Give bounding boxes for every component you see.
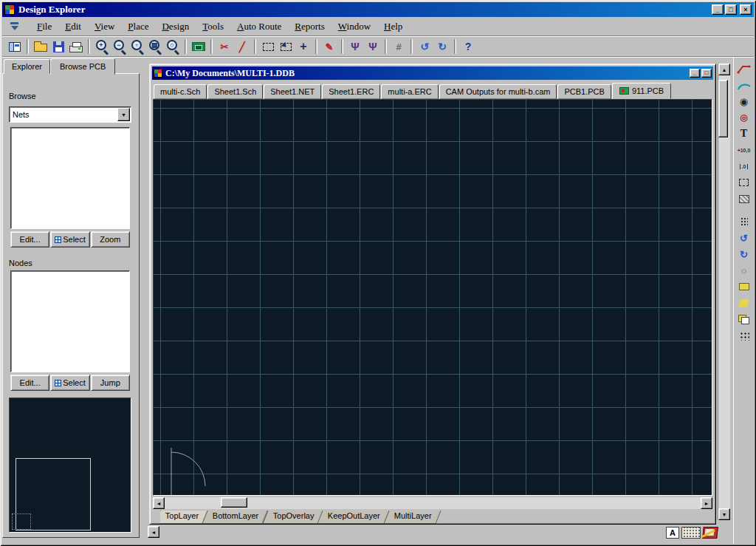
- tab-911-pcb[interactable]: 911.PCB: [612, 83, 671, 99]
- knife-icon[interactable]: ✂: [216, 38, 233, 55]
- place-polygon-icon[interactable]: [735, 295, 754, 311]
- horizontal-scroll-thumb[interactable]: [221, 497, 247, 508]
- layer-tab-toplayer[interactable]: TopLayer: [160, 511, 208, 524]
- redo-icon[interactable]: ↻: [433, 38, 451, 55]
- board-preview[interactable]: [9, 397, 131, 533]
- place-fill-icon[interactable]: [735, 279, 754, 295]
- nodes-list[interactable]: [10, 270, 130, 372]
- menu-tools[interactable]: Tools: [196, 19, 230, 34]
- tab-cam-outputs[interactable]: CAM Outputs for multi-b.cam: [439, 84, 557, 99]
- crosshair-icon[interactable]: +: [295, 38, 312, 55]
- print-icon[interactable]: [67, 38, 85, 55]
- nets-edit-button[interactable]: Edit...: [10, 231, 49, 248]
- editor-horizontal-scrollbar[interactable]: ◄ ►: [153, 497, 712, 509]
- zoom-window-icon[interactable]: ▫: [128, 38, 146, 55]
- document-maximize-button[interactable]: □: [701, 69, 712, 78]
- chevron-down-icon[interactable]: ▼: [117, 108, 130, 121]
- annotation-letter-icon[interactable]: A: [666, 527, 679, 539]
- scroll-left-button[interactable]: ◄: [153, 497, 165, 509]
- undo-icon[interactable]: ↺: [416, 38, 433, 55]
- place-coordinate-icon[interactable]: +10,0: [735, 142, 754, 158]
- place-track-icon[interactable]: [735, 61, 754, 77]
- maximize-button[interactable]: □: [725, 4, 737, 15]
- menu-auto-route[interactable]: Auto Route: [230, 19, 288, 34]
- tab-sheet1-net[interactable]: Sheet1.NET: [264, 84, 321, 99]
- zoom-redraw-icon[interactable]: ○: [164, 38, 182, 55]
- nets-zoom-button[interactable]: Zoom: [91, 231, 130, 248]
- highlight-pencil-icon[interactable]: ✎: [320, 38, 338, 55]
- menu-place[interactable]: Place: [121, 19, 155, 34]
- menu-grip-icon[interactable]: [8, 21, 24, 33]
- layer-tab-keepoutlayer[interactable]: KeepOutLayer: [317, 511, 390, 524]
- tab-explorer[interactable]: Explorer: [4, 59, 50, 74]
- nets-select-button[interactable]: Select: [50, 231, 89, 248]
- open-document-icon[interactable]: [32, 38, 49, 55]
- layer-tab-topoverlay[interactable]: TopOverlay: [262, 511, 323, 524]
- place-arc-edge-icon[interactable]: ↺: [735, 230, 754, 246]
- menu-edit[interactable]: Edit: [58, 19, 88, 34]
- move-selection-icon[interactable]: [277, 38, 295, 55]
- minimize-button[interactable]: _: [712, 4, 724, 15]
- menu-file[interactable]: File: [30, 19, 58, 34]
- select-area-icon[interactable]: [259, 38, 277, 55]
- pcb-viewer-icon[interactable]: [190, 38, 207, 55]
- place-full-circle-icon[interactable]: ○: [735, 262, 754, 279]
- document-title-bar[interactable]: C:\My Documents\MULTI-1.DDB _ □: [152, 66, 713, 80]
- slice-tracks-icon[interactable]: ╱: [233, 38, 251, 55]
- nodes-edit-button[interactable]: Edit...: [10, 375, 49, 391]
- tab-sheet1-erc[interactable]: Sheet1.ERC: [322, 84, 380, 99]
- nodes-jump-button[interactable]: Jump: [91, 375, 130, 391]
- pcb-editor-canvas[interactable]: [153, 99, 712, 496]
- menu-view[interactable]: View: [88, 19, 121, 34]
- tab-browse-pcb[interactable]: Browse PCB: [50, 58, 115, 75]
- wand-clear-icon[interactable]: Ψ: [364, 38, 382, 55]
- mdi-scroll-left-button[interactable]: ◄: [148, 526, 159, 538]
- tab-pcb1-pcb[interactable]: PCB1.PCB: [557, 84, 611, 99]
- layer-tab-bottomlayer[interactable]: BottomLayer: [202, 511, 269, 524]
- help-icon[interactable]: ?: [459, 38, 477, 55]
- horizontal-scroll-track[interactable]: [165, 497, 701, 509]
- scroll-right-button[interactable]: ►: [701, 497, 712, 509]
- place-via-icon[interactable]: ◎: [735, 109, 754, 126]
- document-minimize-button[interactable]: _: [690, 69, 700, 78]
- tab-multi-c-sch[interactable]: multi-c.Sch: [154, 84, 207, 99]
- pad-array-icon[interactable]: [735, 327, 754, 344]
- nets-list[interactable]: [10, 127, 130, 229]
- vertical-scroll-thumb[interactable]: [718, 80, 728, 137]
- app-title-bar[interactable]: Design Explorer _ □ ×: [2, 2, 754, 17]
- place-arc-center-icon[interactable]: ↻: [735, 246, 754, 262]
- menu-help[interactable]: Help: [377, 19, 409, 34]
- zoom-in-icon[interactable]: +: [93, 38, 111, 55]
- scroll-down-button[interactable]: ▼: [718, 508, 730, 520]
- place-dimension-icon[interactable]: .0: [735, 158, 754, 174]
- place-string-icon[interactable]: T: [735, 126, 754, 142]
- zoom-out-icon[interactable]: −: [111, 38, 128, 55]
- tab-multi-a-erc[interactable]: multi-a.ERC: [381, 84, 438, 99]
- wand-highlight-icon[interactable]: Ψ: [346, 38, 364, 55]
- place-component-icon[interactable]: [735, 174, 754, 191]
- place-pad-icon[interactable]: ◉: [735, 93, 754, 109]
- vertical-scroll-track[interactable]: [718, 75, 729, 508]
- place-fill-hatch-icon[interactable]: [735, 191, 754, 207]
- app-logo-icon: [4, 4, 15, 15]
- notebook-pencil-icon[interactable]: [702, 527, 718, 539]
- zoom-document-icon[interactable]: ▤: [146, 38, 164, 55]
- save-icon[interactable]: [49, 38, 67, 55]
- layer-tab-multilayer[interactable]: MultiLayer: [384, 511, 441, 524]
- explorer-panel-toggle-icon[interactable]: [6, 38, 24, 55]
- keyboard-icon[interactable]: [681, 527, 701, 539]
- scroll-up-button[interactable]: ▲: [718, 64, 730, 75]
- paste-array-icon[interactable]: [735, 311, 754, 327]
- menu-design[interactable]: Design: [155, 19, 196, 34]
- tab-sheet1-sch[interactable]: Sheet1.Sch: [207, 84, 263, 99]
- pcb-doc-icon: [619, 87, 629, 95]
- menu-reports[interactable]: Reports: [288, 19, 331, 34]
- internal-plane-icon[interactable]: [735, 214, 754, 230]
- nodes-select-button[interactable]: Select: [50, 375, 89, 391]
- browse-category-select[interactable]: Nets ▼: [9, 106, 131, 123]
- close-button[interactable]: ×: [740, 4, 752, 15]
- place-arc-icon[interactable]: [735, 77, 754, 93]
- mdi-vertical-scrollbar[interactable]: ▲ ▼: [718, 64, 730, 520]
- grid-toggle-icon[interactable]: #: [390, 38, 408, 55]
- menu-window[interactable]: Window: [331, 19, 377, 34]
